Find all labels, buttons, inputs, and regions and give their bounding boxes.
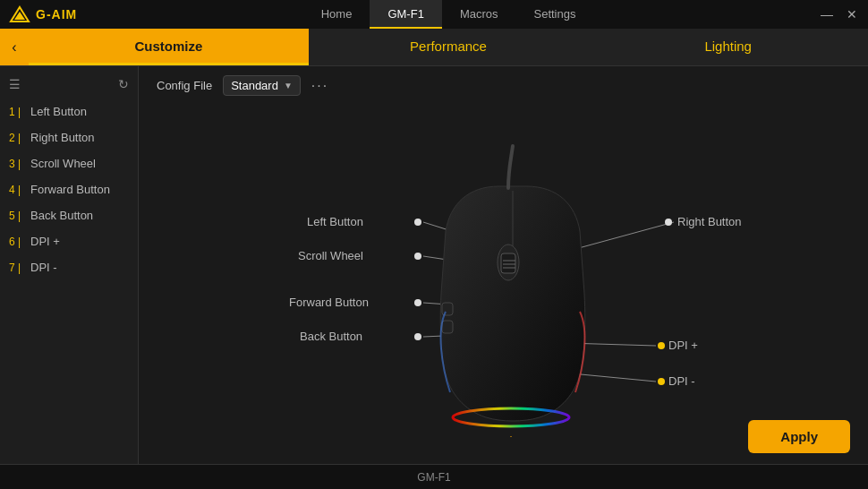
content-area: Config File Standard ▼ ··· — [139, 66, 868, 464]
sidebar-item-right-button[interactable]: 2 | Right Button — [0, 124, 138, 150]
svg-text:Left Button: Left Button — [307, 215, 363, 228]
config-more-button[interactable]: ··· — [311, 78, 328, 94]
status-label: GM-F1 — [417, 471, 450, 484]
status-bar: GM-F1 — [0, 464, 868, 489]
sidebar-item-back-button[interactable]: 5 | Back Button — [0, 202, 138, 228]
apply-button[interactable]: Apply — [748, 420, 850, 453]
svg-point-17 — [665, 219, 672, 226]
logo-text: G-AIM — [36, 7, 77, 21]
logo-icon — [9, 5, 30, 23]
window-controls: — ✕ — [820, 7, 859, 21]
dropdown-icon: ▼ — [284, 81, 293, 90]
svg-rect-36 — [442, 321, 453, 333]
svg-point-21 — [658, 342, 665, 349]
tab-lighting[interactable]: Lighting — [588, 29, 868, 65]
logo: G-AIM — [9, 5, 77, 23]
svg-text:Scroll Wheel: Scroll Wheel — [298, 249, 363, 262]
svg-line-3 — [575, 222, 674, 249]
sidebar: ☰ ↻ 1 | Left Button 2 | Right Button 3 |… — [0, 66, 139, 464]
close-button[interactable]: ✕ — [845, 7, 859, 21]
title-bar: G-AIM Home GM-F1 Macros Settings — ✕ — [0, 0, 868, 29]
svg-point-19 — [414, 299, 421, 306]
svg-text:DPI +: DPI + — [668, 339, 698, 352]
minimize-button[interactable]: — — [820, 7, 834, 21]
svg-text:DPI -: DPI - — [668, 374, 695, 388]
svg-text:Right Button: Right Button — [677, 215, 742, 228]
tab-performance[interactable]: Performance — [309, 29, 589, 65]
nav-tabs: Home GM-F1 Macros Settings — [77, 0, 820, 29]
sub-tabs-bar: ‹ Customize Performance Lighting — [0, 29, 868, 66]
nav-tab-home[interactable]: Home — [303, 0, 370, 29]
sidebar-item-left-button[interactable]: 1 | Left Button — [0, 99, 138, 124]
sidebar-item-dpi-plus[interactable]: 6 | DPI + — [0, 228, 138, 254]
refresh-icon[interactable]: ↻ — [118, 77, 129, 91]
prev-device-button[interactable]: ‹ — [0, 29, 29, 65]
nav-tab-gmf1[interactable]: GM-F1 — [370, 0, 441, 29]
svg-point-18 — [414, 253, 421, 260]
tab-customize[interactable]: Customize — [29, 29, 309, 65]
mouse-diagram: Left Button Right Button Scroll Wheel Fo… — [235, 133, 772, 437]
svg-point-20 — [414, 333, 421, 340]
config-bar: Config File Standard ▼ ··· — [139, 66, 868, 105]
nav-tab-settings[interactable]: Settings — [516, 0, 594, 29]
hamburger-icon[interactable]: ☰ — [9, 77, 21, 91]
nav-tab-macros[interactable]: Macros — [442, 0, 516, 29]
svg-point-16 — [414, 219, 421, 226]
sidebar-header: ☰ ↻ — [0, 73, 138, 99]
config-value: Standard — [231, 79, 278, 92]
config-select[interactable]: Standard ▼ — [223, 75, 301, 96]
config-file-label: Config File — [157, 79, 212, 92]
sidebar-item-forward-button[interactable]: 4 | Forward Button — [0, 176, 138, 202]
svg-text:Forward Button: Forward Button — [289, 296, 369, 309]
sidebar-item-scroll-wheel[interactable]: 3 | Scroll Wheel — [0, 150, 138, 176]
svg-text:Back Button: Back Button — [300, 330, 362, 343]
svg-rect-31 — [501, 253, 515, 273]
main-content: ☰ ↻ 1 | Left Button 2 | Right Button 3 |… — [0, 66, 868, 464]
svg-point-22 — [658, 378, 665, 385]
diagram-area: Left Button Right Button Scroll Wheel Fo… — [139, 105, 868, 464]
sidebar-item-dpi-minus[interactable]: 7 | DPI - — [0, 254, 138, 280]
svg-rect-35 — [442, 303, 453, 315]
